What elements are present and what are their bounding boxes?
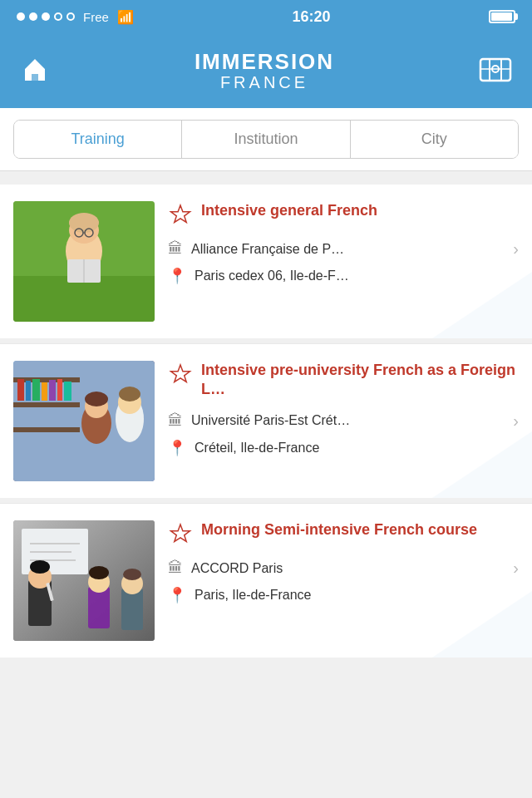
card-title: Intensive general French	[201, 201, 377, 220]
card-info: Morning Semi-intensive French course 🏛 A…	[168, 520, 519, 613]
card-institution-row: 🏛 Alliance Française de P… ›	[168, 239, 519, 259]
app-title: IMMERSION FRANCE	[195, 50, 334, 92]
tab-training[interactable]: Training	[14, 121, 182, 158]
tabs-container: Training Institution City	[0, 108, 532, 171]
signal-dots	[17, 12, 75, 21]
svg-rect-18	[26, 381, 31, 401]
svg-point-45	[123, 569, 141, 580]
svg-rect-22	[57, 379, 62, 401]
svg-rect-1	[480, 59, 510, 81]
svg-rect-17	[17, 379, 24, 401]
svg-rect-23	[64, 382, 71, 401]
card-thumbnail	[13, 520, 155, 641]
location-icon: 📍	[168, 439, 186, 457]
location-name: Paris cedex 06, Ile-de-F…	[195, 268, 519, 283]
card-info: Intensive general French 🏛 Alliance Fran…	[168, 201, 519, 293]
chevron-right-icon: ›	[513, 559, 519, 578]
tab-bar: Training Institution City	[13, 120, 519, 159]
location-icon: 📍	[168, 267, 186, 285]
card-location-row: 📍 Paris cedex 06, Ile-de-F…	[168, 267, 519, 285]
svg-rect-0	[32, 74, 38, 81]
tab-city[interactable]: City	[351, 121, 518, 158]
star-icon[interactable]	[168, 362, 193, 387]
app-header: IMMERSION FRANCE	[0, 33, 532, 108]
list-item[interactable]: Morning Semi-intensive French course 🏛 A…	[0, 503, 532, 658]
building-icon: 🏛	[168, 240, 183, 258]
map-button[interactable]	[479, 54, 512, 87]
svg-rect-20	[42, 382, 47, 401]
svg-point-42	[89, 566, 109, 579]
svg-rect-4	[13, 276, 155, 322]
home-button[interactable]	[20, 54, 50, 87]
card-location-row: 📍 Paris, Ile-de-France	[168, 586, 519, 604]
list-item[interactable]: Intensive pre-university French as a For…	[0, 343, 532, 498]
clock: 16:20	[292, 8, 330, 26]
svg-rect-15	[13, 402, 80, 407]
institution-name: Université Paris-Est Crét…	[191, 413, 505, 428]
card-thumbnail	[13, 361, 155, 481]
location-name: Paris, Ile-de-France	[195, 588, 519, 603]
svg-rect-19	[32, 379, 40, 401]
card-institution-row: 🏛 Université Paris-Est Crét… ›	[168, 411, 519, 431]
chevron-right-icon: ›	[513, 411, 519, 431]
card-info: Intensive pre-university French as a For…	[168, 361, 519, 466]
card-location-row: 📍 Créteil, Ile-de-France	[168, 439, 519, 457]
svg-rect-43	[121, 589, 143, 630]
svg-rect-21	[49, 380, 56, 401]
battery-icon	[489, 10, 515, 23]
card-institution-row: 🏛 ACCORD Paris ›	[168, 559, 519, 578]
institution-name: Alliance Française de P…	[191, 242, 505, 257]
location-icon: 📍	[168, 586, 186, 604]
list-item[interactable]: Intensive general French 🏛 Alliance Fran…	[0, 185, 532, 338]
app-title-line2: FRANCE	[195, 73, 334, 91]
svg-rect-40	[88, 587, 110, 628]
chevron-right-icon: ›	[513, 239, 519, 259]
star-icon[interactable]	[168, 522, 193, 547]
svg-point-26	[85, 392, 108, 406]
svg-point-38	[30, 560, 50, 574]
building-icon: 🏛	[168, 412, 183, 430]
svg-point-29	[119, 387, 140, 401]
card-thumbnail	[13, 201, 155, 322]
svg-rect-16	[13, 427, 80, 432]
building-icon: 🏛	[168, 559, 183, 577]
home-icon	[20, 54, 50, 84]
star-icon[interactable]	[168, 203, 193, 228]
card-title: Intensive pre-university French as a For…	[201, 361, 519, 400]
card-title: Morning Semi-intensive French course	[201, 520, 477, 539]
location-name: Créteil, Ile-de-France	[195, 441, 519, 456]
app-title-line1: IMMERSION	[195, 50, 334, 74]
carrier-label: Free	[83, 10, 109, 24]
institution-name: ACCORD Paris	[191, 561, 505, 576]
svg-point-7	[69, 213, 99, 233]
wifi-icon: 📶	[117, 9, 134, 25]
content-area: Intensive general French 🏛 Alliance Fran…	[0, 171, 532, 671]
status-bar: Free 📶 16:20	[0, 0, 532, 33]
tab-institution[interactable]: Institution	[182, 121, 350, 158]
map-icon	[479, 54, 512, 84]
